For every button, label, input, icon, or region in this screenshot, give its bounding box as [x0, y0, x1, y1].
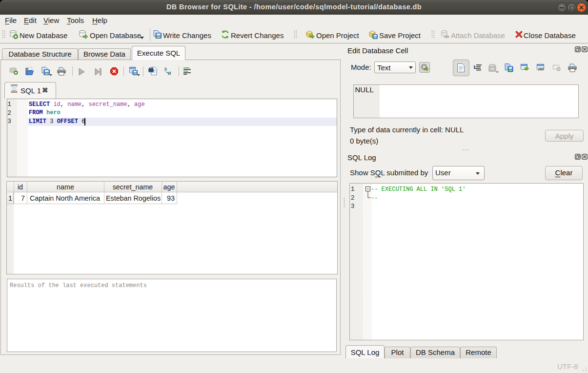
svg-text:a: a — [168, 69, 171, 75]
svg-text:b: b — [164, 67, 167, 72]
